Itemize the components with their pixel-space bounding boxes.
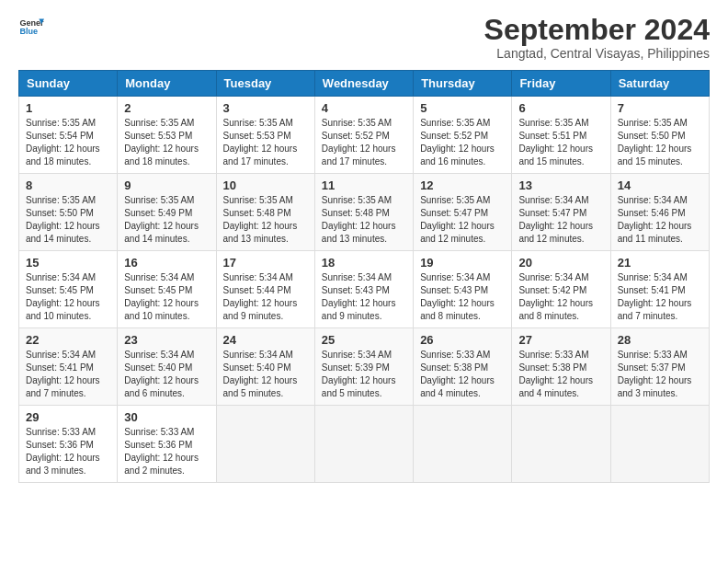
day-number: 20 — [518, 256, 603, 270]
day-info: Sunrise: 5:34 AMSunset: 5:45 PMDaylight:… — [26, 271, 110, 323]
day-cell-26: 26Sunrise: 5:33 AMSunset: 5:38 PMDayligh… — [414, 328, 512, 406]
empty-cell — [414, 406, 512, 483]
weekday-saturday: Saturday — [610, 71, 709, 97]
day-number: 16 — [124, 256, 209, 270]
day-cell-1: 1Sunrise: 5:35 AMSunset: 5:54 PMDaylight… — [19, 97, 118, 174]
day-number: 23 — [124, 333, 209, 347]
day-info: Sunrise: 5:33 AMSunset: 5:38 PMDaylight:… — [518, 349, 603, 400]
day-info: Sunrise: 5:34 AMSunset: 5:44 PMDaylight:… — [223, 271, 308, 323]
day-number: 6 — [518, 101, 603, 115]
day-number: 7 — [618, 101, 702, 115]
page-header: General Blue September 2024 Langtad, Cen… — [18, 14, 710, 61]
day-cell-5: 5Sunrise: 5:35 AMSunset: 5:52 PMDaylight… — [414, 97, 512, 174]
day-info: Sunrise: 5:35 AMSunset: 5:50 PMDaylight:… — [618, 117, 702, 168]
empty-cell — [314, 406, 413, 483]
title-block: September 2024 Langtad, Central Visayas,… — [484, 14, 710, 61]
day-cell-4: 4Sunrise: 5:35 AMSunset: 5:52 PMDaylight… — [314, 97, 413, 174]
day-cell-17: 17Sunrise: 5:34 AMSunset: 5:44 PMDayligh… — [216, 251, 314, 328]
day-number: 5 — [420, 101, 505, 115]
day-number: 27 — [518, 333, 603, 347]
day-info: Sunrise: 5:33 AMSunset: 5:36 PMDaylight:… — [124, 426, 209, 477]
calendar-week-3: 15Sunrise: 5:34 AMSunset: 5:45 PMDayligh… — [19, 251, 710, 328]
calendar-table: SundayMondayTuesdayWednesdayThursdayFrid… — [18, 70, 710, 483]
day-info: Sunrise: 5:34 AMSunset: 5:40 PMDaylight:… — [124, 349, 209, 400]
calendar-week-5: 29Sunrise: 5:33 AMSunset: 5:36 PMDayligh… — [19, 406, 710, 483]
day-cell-6: 6Sunrise: 5:35 AMSunset: 5:51 PMDaylight… — [512, 97, 610, 174]
day-cell-8: 8Sunrise: 5:35 AMSunset: 5:50 PMDaylight… — [19, 174, 118, 251]
day-info: Sunrise: 5:35 AMSunset: 5:48 PMDaylight:… — [322, 194, 406, 246]
day-number: 25 — [322, 333, 406, 347]
day-number: 9 — [124, 178, 209, 192]
calendar-week-1: 1Sunrise: 5:35 AMSunset: 5:54 PMDaylight… — [19, 97, 710, 174]
day-info: Sunrise: 5:35 AMSunset: 5:48 PMDaylight:… — [223, 194, 308, 246]
day-cell-16: 16Sunrise: 5:34 AMSunset: 5:45 PMDayligh… — [118, 251, 216, 328]
month-title: September 2024 — [484, 14, 710, 46]
day-cell-30: 30Sunrise: 5:33 AMSunset: 5:36 PMDayligh… — [118, 406, 216, 483]
day-cell-12: 12Sunrise: 5:35 AMSunset: 5:47 PMDayligh… — [414, 174, 512, 251]
day-cell-7: 7Sunrise: 5:35 AMSunset: 5:50 PMDaylight… — [610, 97, 709, 174]
day-cell-22: 22Sunrise: 5:34 AMSunset: 5:41 PMDayligh… — [19, 328, 118, 406]
day-number: 12 — [420, 178, 505, 192]
weekday-wednesday: Wednesday — [314, 71, 413, 97]
day-cell-14: 14Sunrise: 5:34 AMSunset: 5:46 PMDayligh… — [610, 174, 709, 251]
day-info: Sunrise: 5:35 AMSunset: 5:54 PMDaylight:… — [26, 117, 110, 168]
day-cell-13: 13Sunrise: 5:34 AMSunset: 5:47 PMDayligh… — [512, 174, 610, 251]
day-number: 1 — [26, 101, 110, 115]
day-cell-15: 15Sunrise: 5:34 AMSunset: 5:45 PMDayligh… — [19, 251, 118, 328]
day-cell-19: 19Sunrise: 5:34 AMSunset: 5:43 PMDayligh… — [414, 251, 512, 328]
weekday-monday: Monday — [118, 71, 216, 97]
day-info: Sunrise: 5:34 AMSunset: 5:43 PMDaylight:… — [322, 271, 406, 323]
day-cell-11: 11Sunrise: 5:35 AMSunset: 5:48 PMDayligh… — [314, 174, 413, 251]
weekday-sunday: Sunday — [19, 71, 118, 97]
empty-cell — [610, 406, 709, 483]
day-cell-25: 25Sunrise: 5:34 AMSunset: 5:39 PMDayligh… — [314, 328, 413, 406]
day-number: 26 — [420, 333, 505, 347]
day-cell-24: 24Sunrise: 5:34 AMSunset: 5:40 PMDayligh… — [216, 328, 314, 406]
day-cell-18: 18Sunrise: 5:34 AMSunset: 5:43 PMDayligh… — [314, 251, 413, 328]
day-cell-28: 28Sunrise: 5:33 AMSunset: 5:37 PMDayligh… — [610, 328, 709, 406]
weekday-tuesday: Tuesday — [216, 71, 314, 97]
logo-icon: General Blue — [18, 14, 44, 40]
day-cell-10: 10Sunrise: 5:35 AMSunset: 5:48 PMDayligh… — [216, 174, 314, 251]
day-info: Sunrise: 5:34 AMSunset: 5:43 PMDaylight:… — [420, 271, 505, 323]
day-cell-3: 3Sunrise: 5:35 AMSunset: 5:53 PMDaylight… — [216, 97, 314, 174]
day-cell-9: 9Sunrise: 5:35 AMSunset: 5:49 PMDaylight… — [118, 174, 216, 251]
day-cell-21: 21Sunrise: 5:34 AMSunset: 5:41 PMDayligh… — [610, 251, 709, 328]
calendar-body: 1Sunrise: 5:35 AMSunset: 5:54 PMDaylight… — [19, 97, 710, 483]
day-info: Sunrise: 5:35 AMSunset: 5:49 PMDaylight:… — [124, 194, 209, 246]
day-number: 28 — [618, 333, 702, 347]
day-number: 3 — [223, 101, 308, 115]
day-info: Sunrise: 5:34 AMSunset: 5:45 PMDaylight:… — [124, 271, 209, 323]
day-number: 17 — [223, 256, 308, 270]
day-number: 4 — [322, 101, 406, 115]
day-number: 24 — [223, 333, 308, 347]
day-cell-23: 23Sunrise: 5:34 AMSunset: 5:40 PMDayligh… — [118, 328, 216, 406]
weekday-thursday: Thursday — [414, 71, 512, 97]
logo: General Blue — [18, 14, 44, 40]
day-cell-27: 27Sunrise: 5:33 AMSunset: 5:38 PMDayligh… — [512, 328, 610, 406]
calendar-week-4: 22Sunrise: 5:34 AMSunset: 5:41 PMDayligh… — [19, 328, 710, 406]
day-info: Sunrise: 5:34 AMSunset: 5:39 PMDaylight:… — [322, 349, 406, 400]
day-number: 18 — [322, 256, 406, 270]
day-cell-20: 20Sunrise: 5:34 AMSunset: 5:42 PMDayligh… — [512, 251, 610, 328]
calendar-week-2: 8Sunrise: 5:35 AMSunset: 5:50 PMDaylight… — [19, 174, 710, 251]
day-number: 2 — [124, 101, 209, 115]
day-number: 30 — [124, 410, 209, 424]
day-cell-29: 29Sunrise: 5:33 AMSunset: 5:36 PMDayligh… — [19, 406, 118, 483]
empty-cell — [512, 406, 610, 483]
day-info: Sunrise: 5:35 AMSunset: 5:52 PMDaylight:… — [322, 117, 406, 168]
day-number: 21 — [618, 256, 702, 270]
empty-cell — [216, 406, 314, 483]
day-number: 11 — [322, 178, 406, 192]
day-info: Sunrise: 5:34 AMSunset: 5:40 PMDaylight:… — [223, 349, 308, 400]
day-number: 13 — [518, 178, 603, 192]
weekday-friday: Friday — [512, 71, 610, 97]
day-number: 15 — [26, 256, 110, 270]
day-info: Sunrise: 5:35 AMSunset: 5:47 PMDaylight:… — [420, 194, 505, 246]
day-info: Sunrise: 5:33 AMSunset: 5:37 PMDaylight:… — [618, 349, 702, 400]
day-number: 10 — [223, 178, 308, 192]
day-info: Sunrise: 5:33 AMSunset: 5:36 PMDaylight:… — [26, 426, 110, 477]
day-info: Sunrise: 5:33 AMSunset: 5:38 PMDaylight:… — [420, 349, 505, 400]
day-info: Sunrise: 5:35 AMSunset: 5:52 PMDaylight:… — [420, 117, 505, 168]
day-info: Sunrise: 5:35 AMSunset: 5:53 PMDaylight:… — [124, 117, 209, 168]
